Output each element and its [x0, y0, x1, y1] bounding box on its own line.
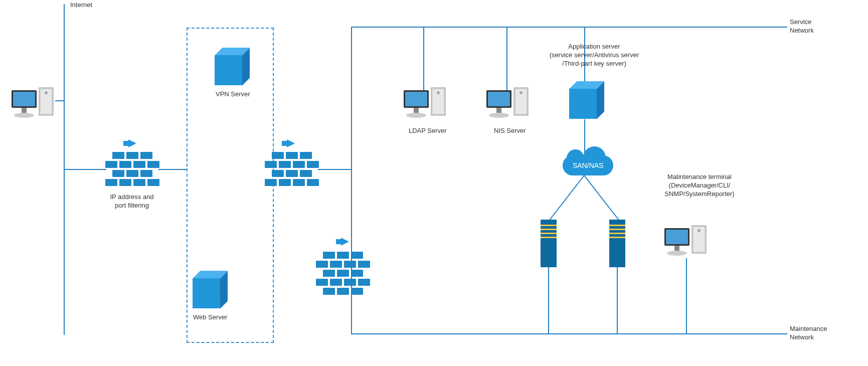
svg-point-25 — [698, 229, 701, 232]
ldap-drop — [423, 27, 424, 90]
internet-client — [9, 85, 57, 122]
service-network-line — [351, 27, 787, 28]
service-network-label: Service Network — [790, 18, 814, 35]
fw2-to-bus — [318, 169, 352, 170]
app-server — [569, 81, 597, 119]
app-server-label: Application server (service server/Antiv… — [539, 43, 649, 68]
svg-rect-5 — [22, 108, 27, 113]
ldap-server — [401, 85, 449, 122]
storage1-to-maint — [548, 267, 549, 333]
san-nas-cloud: SAN/NAS — [563, 155, 613, 175]
svg-rect-4 — [13, 92, 35, 106]
svg-rect-11 — [405, 92, 427, 106]
ldap-label: LDAP Server — [409, 127, 447, 135]
svg-point-16 — [519, 91, 523, 94]
arrow-firewall1 — [128, 139, 136, 147]
svg-rect-12 — [414, 108, 419, 113]
svg-rect-27 — [666, 230, 688, 244]
maintenance-network-label: Maintenance Network — [790, 325, 827, 342]
storage2-to-maint — [617, 267, 618, 333]
firewall1-label: IP address and port filtering — [109, 193, 154, 210]
fw1-to-dmz — [158, 169, 187, 170]
maintenance-network-line — [351, 333, 787, 334]
storage-2 — [609, 220, 625, 267]
arrow-firewall2 — [287, 139, 295, 147]
svg-point-13 — [406, 113, 426, 118]
client-connector — [55, 100, 64, 101]
maintenance-terminal-label: Matintenance terminal (DeviceManager/CLI… — [654, 173, 745, 199]
svg-point-2 — [45, 91, 48, 94]
svg-rect-18 — [488, 92, 510, 106]
svg-rect-28 — [674, 246, 679, 251]
cloud-fanout — [539, 175, 634, 223]
web-server — [193, 271, 220, 308]
app-to-cloud — [584, 119, 585, 153]
svg-point-29 — [667, 251, 687, 256]
web-server-label: Web Server — [193, 313, 227, 322]
svg-point-9 — [437, 91, 440, 94]
arrow-firewall3 — [341, 238, 349, 246]
maintenance-terminal — [662, 223, 710, 260]
internet-to-fw1 — [64, 169, 106, 170]
vpn-server — [215, 48, 242, 85]
nis-server — [484, 85, 532, 122]
internet-label: Internet — [70, 1, 92, 10]
san-nas-label: SAN/NAS — [573, 161, 603, 169]
storage-1 — [541, 220, 557, 267]
svg-point-20 — [489, 113, 509, 118]
nis-drop — [506, 27, 507, 90]
svg-rect-19 — [496, 108, 501, 113]
inner-bus — [351, 27, 352, 334]
svg-line-22 — [584, 175, 619, 221]
vpn-server-label: VPN Server — [216, 90, 250, 99]
terminal-to-maint — [686, 258, 687, 333]
nis-label: NIS Server — [494, 127, 526, 135]
svg-point-6 — [14, 113, 34, 118]
svg-line-21 — [549, 175, 584, 221]
